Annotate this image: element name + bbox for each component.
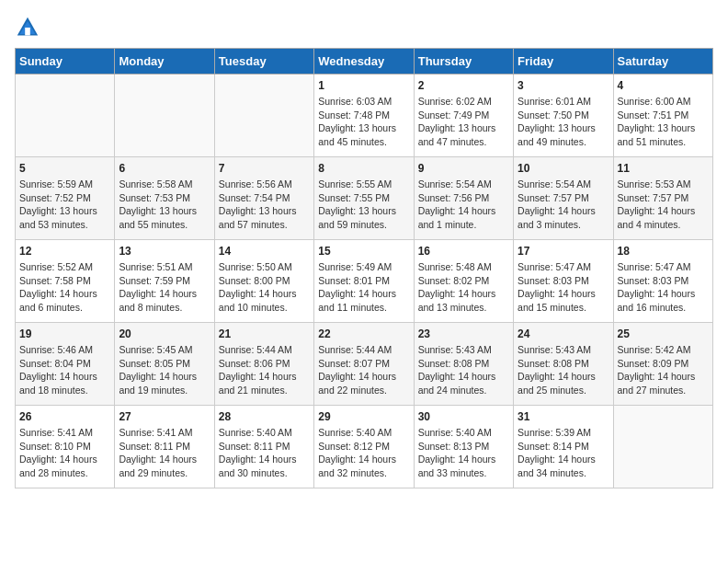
calendar-cell [214, 75, 313, 157]
day-info: Sunrise: 5:40 AM Sunset: 8:12 PM Dayligh… [318, 426, 409, 480]
header-day-saturday: Saturday [613, 49, 712, 75]
day-info: Sunrise: 5:59 AM Sunset: 7:52 PM Dayligh… [19, 178, 110, 232]
day-info: Sunrise: 5:40 AM Sunset: 8:13 PM Dayligh… [418, 426, 509, 480]
calendar-cell: 30Sunrise: 5:40 AM Sunset: 8:13 PM Dayli… [414, 406, 513, 488]
day-number: 15 [318, 245, 409, 258]
day-number: 2 [418, 79, 509, 92]
calendar-week-row: 1Sunrise: 6:03 AM Sunset: 7:48 PM Daylig… [16, 75, 713, 157]
calendar-cell: 3Sunrise: 6:01 AM Sunset: 7:50 PM Daylig… [514, 75, 613, 157]
day-info: Sunrise: 6:01 AM Sunset: 7:50 PM Dayligh… [518, 95, 609, 149]
day-number: 6 [119, 162, 210, 175]
day-info: Sunrise: 5:54 AM Sunset: 7:57 PM Dayligh… [518, 178, 609, 232]
day-info: Sunrise: 5:51 AM Sunset: 7:59 PM Dayligh… [119, 260, 210, 315]
day-number: 17 [518, 245, 609, 258]
calendar-cell: 25Sunrise: 5:42 AM Sunset: 8:09 PM Dayli… [613, 323, 712, 406]
day-info: Sunrise: 5:55 AM Sunset: 7:55 PM Dayligh… [318, 178, 409, 232]
day-number: 3 [518, 79, 609, 92]
day-number: 28 [219, 410, 310, 423]
calendar-cell: 26Sunrise: 5:41 AM Sunset: 8:10 PM Dayli… [16, 406, 115, 488]
day-number: 30 [418, 410, 509, 423]
calendar-cell: 5Sunrise: 5:59 AM Sunset: 7:52 PM Daylig… [16, 157, 115, 240]
calendar-cell: 15Sunrise: 5:49 AM Sunset: 8:01 PM Dayli… [314, 240, 414, 323]
day-number: 18 [618, 245, 709, 258]
day-number: 12 [19, 245, 110, 258]
day-number: 31 [518, 410, 609, 423]
calendar-cell: 2Sunrise: 6:02 AM Sunset: 7:49 PM Daylig… [414, 75, 513, 157]
logo [15, 15, 44, 40]
header-day-monday: Monday [115, 49, 214, 75]
calendar-cell: 7Sunrise: 5:56 AM Sunset: 7:54 PM Daylig… [214, 157, 313, 240]
day-number: 7 [219, 162, 310, 175]
day-info: Sunrise: 5:52 AM Sunset: 7:58 PM Dayligh… [19, 260, 110, 315]
calendar-week-row: 26Sunrise: 5:41 AM Sunset: 8:10 PM Dayli… [16, 406, 713, 488]
calendar-cell: 16Sunrise: 5:48 AM Sunset: 8:02 PM Dayli… [414, 240, 513, 323]
day-info: Sunrise: 5:54 AM Sunset: 7:56 PM Dayligh… [418, 178, 509, 232]
day-info: Sunrise: 5:43 AM Sunset: 8:08 PM Dayligh… [518, 343, 609, 397]
day-number: 27 [119, 410, 210, 423]
day-number: 24 [518, 327, 609, 340]
header-day-thursday: Thursday [414, 49, 513, 75]
day-number: 21 [219, 327, 310, 340]
day-number: 16 [418, 245, 509, 258]
calendar-cell: 10Sunrise: 5:54 AM Sunset: 7:57 PM Dayli… [514, 157, 613, 240]
day-number: 19 [19, 327, 110, 340]
day-info: Sunrise: 5:42 AM Sunset: 8:09 PM Dayligh… [618, 343, 709, 397]
day-info: Sunrise: 5:58 AM Sunset: 7:53 PM Dayligh… [119, 178, 210, 232]
header-day-wednesday: Wednesday [314, 49, 414, 75]
calendar-cell: 14Sunrise: 5:50 AM Sunset: 8:00 PM Dayli… [214, 240, 313, 323]
day-number: 9 [418, 162, 509, 175]
day-number: 10 [518, 162, 609, 175]
calendar-cell: 21Sunrise: 5:44 AM Sunset: 8:06 PM Dayli… [214, 323, 313, 406]
day-info: Sunrise: 5:49 AM Sunset: 8:01 PM Dayligh… [318, 260, 409, 315]
day-info: Sunrise: 5:50 AM Sunset: 8:00 PM Dayligh… [219, 260, 310, 315]
day-info: Sunrise: 5:53 AM Sunset: 7:57 PM Dayligh… [618, 178, 709, 232]
day-info: Sunrise: 5:44 AM Sunset: 8:06 PM Dayligh… [219, 343, 310, 397]
calendar-cell: 19Sunrise: 5:46 AM Sunset: 8:04 PM Dayli… [16, 323, 115, 406]
calendar-cell: 8Sunrise: 5:55 AM Sunset: 7:55 PM Daylig… [314, 157, 414, 240]
calendar-cell: 24Sunrise: 5:43 AM Sunset: 8:08 PM Dayli… [514, 323, 613, 406]
calendar-cell [115, 75, 214, 157]
calendar-cell: 6Sunrise: 5:58 AM Sunset: 7:53 PM Daylig… [115, 157, 214, 240]
day-info: Sunrise: 5:47 AM Sunset: 8:03 PM Dayligh… [518, 260, 609, 315]
day-info: Sunrise: 5:47 AM Sunset: 8:03 PM Dayligh… [618, 260, 709, 315]
calendar-cell: 29Sunrise: 5:40 AM Sunset: 8:12 PM Dayli… [314, 406, 414, 488]
calendar-week-row: 19Sunrise: 5:46 AM Sunset: 8:04 PM Dayli… [16, 323, 713, 406]
day-number: 4 [618, 79, 709, 92]
day-number: 14 [219, 245, 310, 258]
day-number: 26 [19, 410, 110, 423]
day-info: Sunrise: 5:56 AM Sunset: 7:54 PM Dayligh… [219, 178, 310, 232]
day-number: 23 [418, 327, 509, 340]
day-info: Sunrise: 5:41 AM Sunset: 8:10 PM Dayligh… [19, 426, 110, 480]
day-number: 11 [618, 162, 709, 175]
calendar-cell [16, 75, 115, 157]
calendar-cell: 11Sunrise: 5:53 AM Sunset: 7:57 PM Dayli… [613, 157, 712, 240]
calendar-cell: 27Sunrise: 5:41 AM Sunset: 8:11 PM Dayli… [115, 406, 214, 488]
header-day-tuesday: Tuesday [214, 49, 313, 75]
day-info: Sunrise: 6:03 AM Sunset: 7:48 PM Dayligh… [318, 95, 409, 149]
day-info: Sunrise: 5:39 AM Sunset: 8:14 PM Dayligh… [518, 426, 609, 480]
day-info: Sunrise: 5:43 AM Sunset: 8:08 PM Dayligh… [418, 343, 509, 397]
day-number: 29 [318, 410, 409, 423]
day-number: 25 [618, 327, 709, 340]
header-day-sunday: Sunday [16, 49, 115, 75]
logo-icon [15, 15, 40, 40]
day-number: 13 [119, 245, 210, 258]
calendar-header-row: SundayMondayTuesdayWednesdayThursdayFrid… [16, 49, 713, 75]
day-number: 20 [119, 327, 210, 340]
day-info: Sunrise: 5:45 AM Sunset: 8:05 PM Dayligh… [119, 343, 210, 397]
day-info: Sunrise: 6:00 AM Sunset: 7:51 PM Dayligh… [618, 95, 709, 149]
day-info: Sunrise: 5:46 AM Sunset: 8:04 PM Dayligh… [19, 343, 110, 397]
page-header [15, 15, 713, 40]
day-info: Sunrise: 6:02 AM Sunset: 7:49 PM Dayligh… [418, 95, 509, 149]
calendar-week-row: 5Sunrise: 5:59 AM Sunset: 7:52 PM Daylig… [16, 157, 713, 240]
calendar-cell: 18Sunrise: 5:47 AM Sunset: 8:03 PM Dayli… [613, 240, 712, 323]
calendar-cell: 1Sunrise: 6:03 AM Sunset: 7:48 PM Daylig… [314, 75, 414, 157]
calendar-week-row: 12Sunrise: 5:52 AM Sunset: 7:58 PM Dayli… [16, 240, 713, 323]
calendar-cell: 23Sunrise: 5:43 AM Sunset: 8:08 PM Dayli… [414, 323, 513, 406]
day-number: 22 [318, 327, 409, 340]
header-day-friday: Friday [514, 49, 613, 75]
day-number: 5 [19, 162, 110, 175]
calendar-cell: 4Sunrise: 6:00 AM Sunset: 7:51 PM Daylig… [613, 75, 712, 157]
calendar-cell: 31Sunrise: 5:39 AM Sunset: 8:14 PM Dayli… [514, 406, 613, 488]
calendar-cell: 13Sunrise: 5:51 AM Sunset: 7:59 PM Dayli… [115, 240, 214, 323]
